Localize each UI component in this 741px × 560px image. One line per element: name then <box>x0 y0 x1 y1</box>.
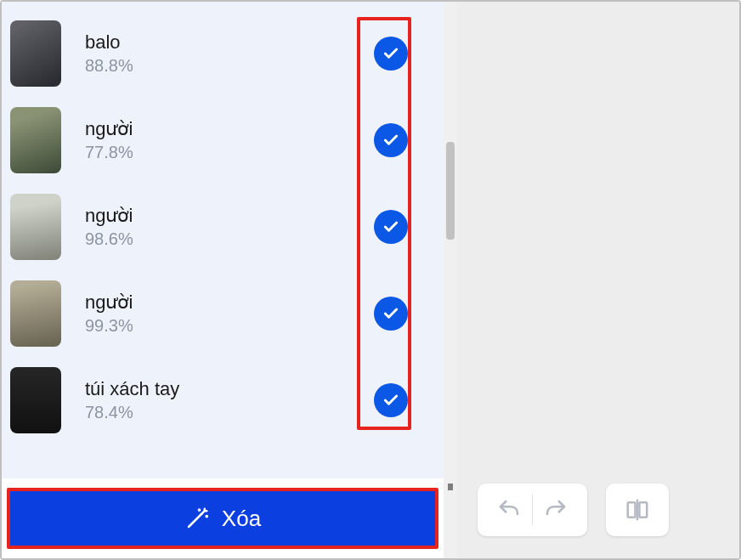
detection-thumbnail <box>10 20 61 87</box>
detection-confidence: 98.6% <box>85 228 350 251</box>
selection-check[interactable] <box>374 210 408 244</box>
svg-line-0 <box>189 514 201 527</box>
detections-panel: balo 88.8% người 77.8% <box>2 2 444 558</box>
detection-name: người <box>85 290 350 315</box>
selection-check[interactable] <box>374 37 408 71</box>
magic-wand-icon <box>184 506 210 531</box>
detection-thumbnail <box>10 107 61 173</box>
scrollbar[interactable] <box>444 2 457 558</box>
history-group <box>478 484 587 536</box>
svg-point-3 <box>199 509 200 510</box>
delete-highlight: Xóa <box>7 488 438 549</box>
action-bar: Xóa <box>2 478 444 558</box>
detection-name: người <box>85 116 350 142</box>
list-item[interactable]: người 98.6% <box>10 184 408 270</box>
detection-labels: người 99.3% <box>85 290 350 338</box>
check-icon <box>382 305 399 322</box>
detection-labels: người 77.8% <box>85 116 350 165</box>
svg-point-4 <box>206 516 206 517</box>
canvas-toolbar <box>478 484 669 536</box>
detection-thumbnail <box>10 194 61 260</box>
detection-confidence: 78.4% <box>85 401 350 424</box>
list-item[interactable]: người 77.8% <box>10 97 408 184</box>
selection-check[interactable] <box>374 297 408 331</box>
check-icon <box>382 392 399 409</box>
selection-check[interactable] <box>374 123 408 157</box>
detection-labels: người 98.6% <box>85 203 350 252</box>
list-item[interactable]: người 99.3% <box>10 270 408 357</box>
detection-confidence: 99.3% <box>85 314 350 337</box>
detection-name: túi xách tay <box>85 376 350 402</box>
detection-confidence: 77.8% <box>85 141 350 164</box>
compare-group <box>606 484 669 536</box>
detection-thumbnail <box>10 367 61 433</box>
detection-confidence: 88.8% <box>85 54 350 77</box>
compare-button[interactable] <box>614 489 660 530</box>
list-item[interactable]: túi xách tay 78.4% <box>10 357 408 444</box>
detection-labels: balo 88.8% <box>85 30 350 78</box>
detection-labels: túi xách tay 78.4% <box>85 376 350 425</box>
delete-button[interactable]: Xóa <box>10 491 435 546</box>
detection-name: balo <box>85 30 350 55</box>
undo-icon <box>496 497 522 523</box>
selection-check[interactable] <box>374 383 408 417</box>
detection-name: người <box>85 203 350 229</box>
svg-rect-6 <box>640 502 648 518</box>
redo-button[interactable] <box>533 489 579 530</box>
delete-button-label: Xóa <box>222 506 261 532</box>
detection-thumbnail <box>10 280 61 347</box>
list-item[interactable]: balo 88.8% <box>10 10 408 97</box>
check-icon <box>382 45 399 62</box>
check-icon <box>382 218 399 235</box>
detections-list: balo 88.8% người 77.8% <box>2 2 444 478</box>
compare-icon <box>625 497 650 523</box>
svg-rect-5 <box>628 502 636 518</box>
redo-icon <box>543 497 568 523</box>
check-icon <box>382 132 399 149</box>
app-window: balo 88.8% người 77.8% <box>0 0 741 560</box>
undo-button[interactable] <box>486 489 532 530</box>
canvas-panel <box>457 2 739 558</box>
